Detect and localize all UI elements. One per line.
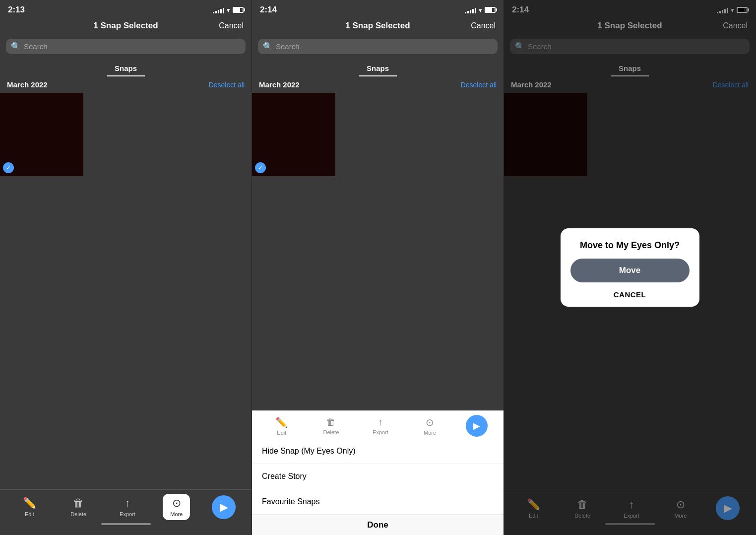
battery-icon-1 <box>233 7 244 13</box>
upload-icon-1: ↑ <box>125 497 130 510</box>
status-icons-2: ▾ <box>465 6 496 14</box>
media-thumb-2[interactable]: ✓ <box>252 93 335 176</box>
search-input-2[interactable]: Search <box>276 42 300 51</box>
section-header-2: March 2022 Deselect all <box>252 76 504 93</box>
sheet-more-button-2[interactable]: ⊙ More <box>416 416 443 436</box>
delete-label-1: Delete <box>70 511 86 517</box>
dialog-title-3: Move to My Eyes Only? <box>580 240 680 251</box>
deselect-all-button-1[interactable]: Deselect all <box>209 81 245 89</box>
sheet-item-create-story[interactable]: Create Story <box>252 464 504 489</box>
status-bar-1: 2:13 ▾ <box>0 0 252 18</box>
wifi-icon-1: ▾ <box>227 6 230 14</box>
sheet-done-bar-2: Done <box>252 515 504 535</box>
sheet-item-favourite-snaps[interactable]: Favourite Snaps <box>252 489 504 515</box>
toolbar-items-1: ✏️ Edit 🗑 Delete ↑ Export ⊙ More ▶ <box>0 494 252 520</box>
sheet-toolbar-2: ✏️ Edit 🗑 Delete ↑ Export ⊙ More ▶ <box>252 410 504 439</box>
media-thumb-1[interactable]: ✓ <box>0 93 83 176</box>
search-bar-2[interactable]: 🔍 Search <box>258 39 498 54</box>
tab-snaps-1[interactable]: Snaps <box>107 61 145 76</box>
pencil-icon-1: ✏️ <box>23 497 36 510</box>
cancel-button-2[interactable]: Cancel <box>471 21 496 30</box>
delete-button-1[interactable]: 🗑 Delete <box>65 497 92 517</box>
tabs-row-1: Snaps <box>0 57 252 76</box>
check-indicator-1: ✓ <box>3 162 14 173</box>
dialog-overlay-3: Move to My Eyes Only? Move CANCEL <box>504 0 756 535</box>
panel-3: 2:14 ▾ 1 Snap Selected Cancel 🔍 Search <box>504 0 756 535</box>
nav-header-2: 1 Snap Selected Cancel <box>252 18 504 36</box>
sheet-export-label-2: Export <box>373 429 388 435</box>
check-indicator-2: ✓ <box>255 162 266 173</box>
more-label-1: More <box>170 511 183 517</box>
done-button-2[interactable]: Done <box>262 520 494 530</box>
status-time-1: 2:13 <box>8 5 25 15</box>
section-title-2: March 2022 <box>259 80 300 89</box>
signal-icon-2 <box>465 6 476 13</box>
export-label-1: Export <box>120 511 135 517</box>
search-icon-2: 🔍 <box>263 42 273 51</box>
home-indicator-1 <box>101 523 151 525</box>
search-icon-1: 🔍 <box>11 42 21 51</box>
sheet-upload-icon-2: ↑ <box>378 416 383 428</box>
export-button-1[interactable]: ↑ Export <box>114 497 141 517</box>
section-title-1: March 2022 <box>7 80 48 89</box>
cancel-button-1[interactable]: Cancel <box>219 21 244 30</box>
tabs-row-2: Snaps <box>252 57 504 76</box>
trash-icon-1: 🗑 <box>73 497 84 510</box>
tab-snaps-2[interactable]: Snaps <box>359 61 397 76</box>
media-grid-1: ✓ <box>0 93 252 176</box>
sheet-send-button-2[interactable]: ▶ <box>466 415 488 437</box>
nav-title-2: 1 Snap Selected <box>285 21 471 31</box>
status-icons-1: ▾ <box>213 6 244 14</box>
media-grid-2: ✓ <box>252 93 504 176</box>
nav-title-1: 1 Snap Selected <box>33 21 219 31</box>
sheet-edit-button-2[interactable]: ✏️ Edit <box>268 416 295 436</box>
dialog-cancel-button-3[interactable]: CANCEL <box>614 290 646 299</box>
more-circle-icon-1: ⊙ <box>172 497 181 510</box>
sheet-edit-label-2: Edit <box>277 430 286 436</box>
dialog-move-button-3[interactable]: Move <box>570 259 690 282</box>
status-time-2: 2:14 <box>260 5 277 15</box>
panel-1: 2:13 ▾ 1 Snap Selected Cancel 🔍 Search <box>0 0 252 535</box>
sheet-delete-label-2: Delete <box>323 429 339 435</box>
edit-button-1[interactable]: ✏️ Edit <box>16 497 43 517</box>
send-button-1[interactable]: ▶ <box>212 495 236 519</box>
sheet-more-icon-2: ⊙ <box>426 416 434 428</box>
wifi-icon-2: ▾ <box>479 6 482 14</box>
nav-header-1: 1 Snap Selected Cancel <box>0 18 252 36</box>
edit-label-1: Edit <box>25 511 34 517</box>
sheet-send-icon-2: ▶ <box>473 420 480 431</box>
sheet-trash-icon-2: 🗑 <box>326 416 336 428</box>
deselect-all-button-2[interactable]: Deselect all <box>461 81 497 89</box>
sheet-delete-button-2[interactable]: 🗑 Delete <box>317 416 345 435</box>
bottom-sheet-2: ✏️ Edit 🗑 Delete ↑ Export ⊙ More ▶ Hide … <box>252 410 504 535</box>
sheet-more-label-2: More <box>424 430 436 436</box>
battery-icon-2 <box>485 7 496 13</box>
status-bar-2: 2:14 ▾ <box>252 0 504 18</box>
more-button-1[interactable]: ⊙ More <box>163 494 190 520</box>
sheet-export-button-2[interactable]: ↑ Export <box>367 416 394 435</box>
send-arrow-icon-1: ▶ <box>220 501 228 514</box>
search-input-1[interactable]: Search <box>24 42 48 51</box>
signal-icon-1 <box>213 6 224 13</box>
sheet-item-hide-snap[interactable]: Hide Snap (My Eyes Only) <box>252 439 504 464</box>
sheet-pencil-icon-2: ✏️ <box>275 416 288 428</box>
bottom-toolbar-1: ✏️ Edit 🗑 Delete ↑ Export ⊙ More ▶ <box>0 489 252 535</box>
panel-2: 2:14 ▾ 1 Snap Selected Cancel 🔍 Search <box>252 0 504 535</box>
dialog-box-3: Move to My Eyes Only? Move CANCEL <box>561 228 699 307</box>
section-header-1: March 2022 Deselect all <box>0 76 252 93</box>
search-bar-1[interactable]: 🔍 Search <box>6 39 246 54</box>
